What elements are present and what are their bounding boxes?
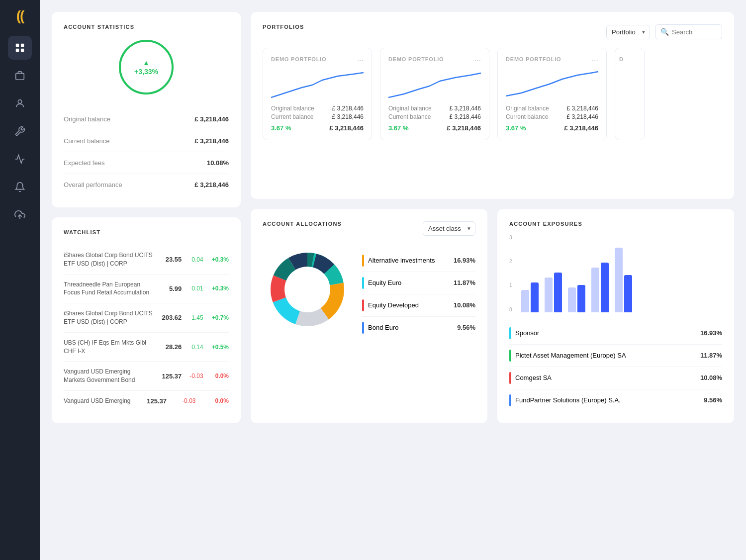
wl-price-3: 28.26 <box>157 343 182 351</box>
bar-dark-1 <box>554 273 562 312</box>
gauge-value: +3,33% <box>134 68 158 76</box>
legend-pct-0: 16.93% <box>454 257 475 264</box>
exposure-dot-3 <box>509 394 511 406</box>
card-current-label-1: Current balance <box>388 113 431 120</box>
portfolios-search-box: 🔍 <box>655 24 722 39</box>
card-original-label-1: Original balance <box>388 105 432 112</box>
portfolio-card-menu-1[interactable]: ··· <box>474 56 481 65</box>
exposure-pct-1: 11.87% <box>700 352 722 359</box>
allocations-panel: ACCOUNT ALLOCATIONS Asset class ▼ <box>251 209 487 423</box>
portfolio-card-menu-0[interactable]: ··· <box>357 56 364 65</box>
card-original-label-0: Original balance <box>271 105 314 112</box>
exposure-dot-2 <box>509 372 511 384</box>
legend-item-1: Equity Euro 11.87% <box>362 272 475 294</box>
watchlist-item[interactable]: UBS (CH) IF Eqs Em Mkts Glbl CHF I-X 28.… <box>64 333 229 362</box>
svg-rect-1 <box>21 44 24 47</box>
sidebar-item-upload[interactable] <box>8 203 32 227</box>
portfolio-card-title-1: DEMO PORTFOLIO <box>388 56 444 62</box>
portfolio-filter-select[interactable]: Portfolio <box>606 25 650 39</box>
wl-price-4: 125.37 <box>157 373 182 380</box>
wl-pct-2: +0.7% <box>207 314 229 321</box>
watchlist-title: WATCHLIST <box>64 229 229 235</box>
sidebar-item-contacts[interactable] <box>8 92 32 115</box>
card-perf-pct-2: 3.67 % <box>506 124 526 132</box>
portfolio-card-1[interactable]: DEMO PORTFOLIO ··· Original balance £ 3,… <box>380 48 489 140</box>
portfolio-card-title-2: DEMO PORTFOLIO <box>506 56 561 62</box>
legend-dot-1 <box>362 277 364 289</box>
bar-light-1 <box>545 278 553 312</box>
sidebar-item-tools[interactable] <box>8 119 32 143</box>
card-current-label-2: Current balance <box>506 113 548 120</box>
wl-name-0: iShares Global Corp Bond UCITS ETF USD (… <box>64 251 153 268</box>
portfolio-card-title-3: D <box>619 56 624 62</box>
sidebar-item-dashboard[interactable] <box>8 36 32 60</box>
watchlist-item[interactable]: Vanguard USD Emerging 125.37 -0.03 0.0% <box>64 391 229 411</box>
y-label-1: 1 <box>509 282 512 288</box>
sidebar-item-portfolio[interactable] <box>8 64 32 88</box>
wl-pct-0: +0.3% <box>207 256 229 263</box>
legend-pct-2: 10.08% <box>454 301 475 309</box>
card-perf-val-2: £ 3,218,446 <box>564 124 598 132</box>
portfolios-search-input[interactable] <box>672 28 717 36</box>
exposures-panel: ACCOUNT EXPOSURES 3 2 1 0 <box>497 209 734 423</box>
wl-change-4: -0.03 <box>186 373 203 379</box>
y-label-3: 3 <box>509 235 512 240</box>
wl-pct-4: 0.0% <box>207 373 229 379</box>
watchlist-item[interactable]: iShares Global Corp Bond UCITS ETF USD (… <box>64 303 229 333</box>
y-label-0: 0 <box>509 307 512 312</box>
sidebar-item-analytics[interactable] <box>8 147 32 171</box>
legend-item-0: Alternative investments 16.93% <box>362 250 475 272</box>
exposure-pct-3: 9.56% <box>704 396 722 404</box>
exposure-dot-1 <box>509 350 511 362</box>
stat-label-current: Current balance <box>64 137 110 145</box>
portfolio-card-2[interactable]: DEMO PORTFOLIO ··· Original balance £ 3,… <box>497 48 607 140</box>
svg-point-5 <box>18 100 21 103</box>
watchlist-item[interactable]: Vanguard USD Emerging Markets Government… <box>64 362 229 391</box>
card-perf-pct-1: 3.67 % <box>388 124 408 132</box>
legend-item-2: Equity Developed 10.08% <box>362 294 475 317</box>
exposure-item-3: FundPartner Solutions (Europe) S.A. 9.56… <box>509 389 722 411</box>
wl-change-3: 0.14 <box>186 344 203 351</box>
card-current-value-0: £ 3,218,446 <box>332 113 364 120</box>
portfolios-panel: PORTFOLIOS Portfolio ▼ 🔍 <box>251 12 734 199</box>
card-original-value-2: £ 3,218,446 <box>567 105 598 112</box>
stat-label-fees: Expected fees <box>64 159 104 167</box>
portfolio-card-3[interactable]: D <box>615 48 645 140</box>
watchlist-item[interactable]: Threadneedle Pan European Focus Fund Ret… <box>64 275 229 304</box>
gauge-arrow: ▲ <box>143 59 150 67</box>
bar-dark-2 <box>577 285 585 312</box>
allocations-filter-select[interactable]: Asset class <box>423 221 475 236</box>
exposure-item-2: Comgest SA 10.08% <box>509 367 722 389</box>
bar-group-0 <box>521 282 539 312</box>
bar-group-1 <box>545 273 562 312</box>
svg-rect-0 <box>16 44 19 47</box>
wl-price-2: 203.62 <box>157 314 182 321</box>
wl-change-0: 0.04 <box>186 256 203 263</box>
exposure-dot-0 <box>509 327 511 339</box>
allocations-filter-wrapper: Asset class ▼ <box>423 221 475 236</box>
bar-dark-4 <box>624 275 632 312</box>
stat-value-original: £ 3,218,446 <box>194 115 229 123</box>
portfolio-card-menu-2[interactable]: ··· <box>592 56 598 65</box>
exposure-label-3: FundPartner Solutions (Europe) S.A. <box>515 396 621 404</box>
portfolio-filter-wrapper: Portfolio ▼ <box>606 25 650 39</box>
mini-chart-2 <box>506 70 598 100</box>
bar-group-4 <box>615 248 632 312</box>
bar-light-0 <box>521 290 529 312</box>
mini-chart-0 <box>271 70 364 100</box>
svg-rect-3 <box>21 49 24 52</box>
portfolio-card-0[interactable]: DEMO PORTFOLIO ··· Original balance £ 3,… <box>263 48 372 140</box>
bar-light-2 <box>568 287 576 312</box>
search-icon: 🔍 <box>660 28 669 36</box>
allocations-header: ACCOUNT ALLOCATIONS Asset class ▼ <box>263 221 475 237</box>
bar-dark-3 <box>601 263 609 312</box>
exposure-item-0: Sponsor 16.93% <box>509 322 722 345</box>
legend-label-0: Alternative investments <box>368 257 435 264</box>
portfolio-cards-list: DEMO PORTFOLIO ··· Original balance £ 3,… <box>263 48 722 140</box>
legend-label-2: Equity Developed <box>368 301 419 309</box>
svg-rect-4 <box>16 73 24 80</box>
sidebar-item-notifications[interactable] <box>8 175 32 199</box>
watchlist-item[interactable]: iShares Global Corp Bond UCITS ETF USD (… <box>64 245 229 275</box>
stat-expected-fees: Expected fees 10.08% <box>64 152 229 174</box>
bar-dark-0 <box>531 282 539 312</box>
